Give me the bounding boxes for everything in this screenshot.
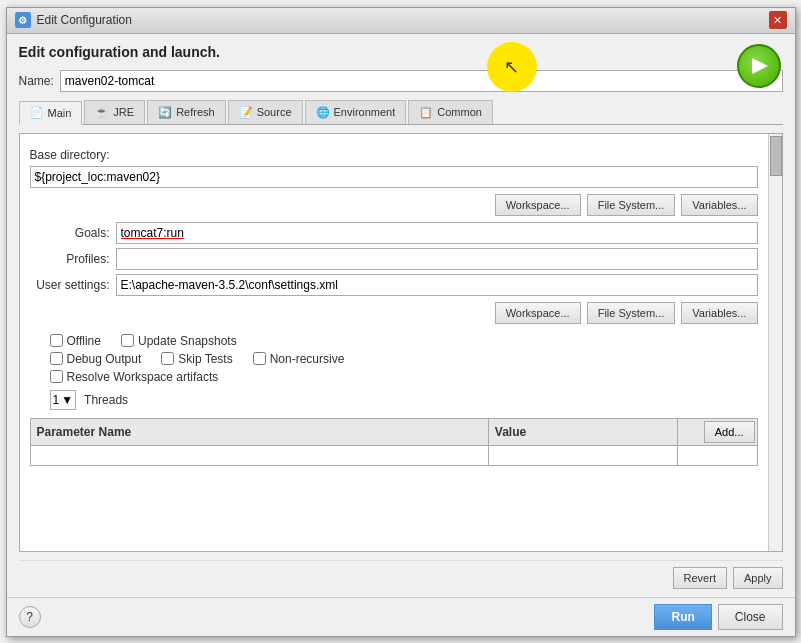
- run-button[interactable]: Run: [654, 604, 711, 630]
- threads-row: 1 ▼ Threads: [50, 390, 758, 410]
- parameters-table: Parameter Name Value Add...: [30, 418, 758, 466]
- cursor-highlight: ↖: [487, 42, 537, 92]
- debug-output-checkbox[interactable]: [50, 352, 63, 365]
- update-snapshots-label: Update Snapshots: [138, 334, 237, 348]
- parameter-value-cell: [488, 445, 677, 465]
- column-header-value: Value: [488, 418, 677, 445]
- window-icon: ⚙: [15, 12, 31, 28]
- resolve-workspace-label: Resolve Workspace artifacts: [67, 370, 219, 384]
- tab-main[interactable]: 📄 Main: [19, 101, 83, 125]
- resolve-workspace-checkbox[interactable]: [50, 370, 63, 383]
- play-icon: [752, 58, 768, 74]
- close-window-button[interactable]: ✕: [769, 11, 787, 29]
- source-tab-label: Source: [257, 106, 292, 118]
- goals-input[interactable]: [116, 222, 758, 244]
- table-wrapper: Parameter Name Value Add...: [30, 418, 758, 470]
- environment-tab-label: Environment: [334, 106, 396, 118]
- parameter-action-cell: [677, 445, 757, 465]
- skip-tests-label: Skip Tests: [178, 352, 232, 366]
- offline-checkbox-item: Offline: [50, 334, 101, 348]
- column-header-parameter-name: Parameter Name: [30, 418, 488, 445]
- footer: ? Run Close: [7, 597, 795, 636]
- help-button[interactable]: ?: [19, 606, 41, 628]
- user-settings-label: User settings:: [30, 278, 110, 292]
- resolve-workspace-checkbox-item: Resolve Workspace artifacts: [50, 370, 219, 384]
- window-title: Edit Configuration: [37, 13, 132, 27]
- goals-label: Goals:: [30, 226, 110, 240]
- parameters-table-container: Parameter Name Value Add...: [30, 418, 758, 470]
- base-directory-buttons: Workspace... File System... Variables...: [30, 194, 758, 216]
- main-tab-label: Main: [48, 107, 72, 119]
- name-label: Name:: [19, 74, 54, 88]
- cursor-icon: ↖: [504, 56, 519, 78]
- refresh-tab-label: Refresh: [176, 106, 215, 118]
- base-directory-label: Base directory:: [30, 148, 758, 162]
- scrollbar[interactable]: [768, 134, 782, 551]
- non-recursive-checkbox-item: Non-recursive: [253, 352, 345, 366]
- header-section: Edit configuration and launch.: [19, 44, 783, 60]
- profiles-label: Profiles:: [30, 252, 110, 266]
- bottom-buttons: Revert Apply: [19, 560, 783, 589]
- main-content: Edit configuration and launch. ↖ Name: 📄…: [7, 34, 795, 597]
- checkbox-row-3: Resolve Workspace artifacts: [50, 370, 758, 384]
- profiles-row: Profiles:: [30, 248, 758, 270]
- update-snapshots-checkbox[interactable]: [121, 334, 134, 347]
- update-snapshots-checkbox-item: Update Snapshots: [121, 334, 237, 348]
- add-parameter-button[interactable]: Add...: [704, 421, 755, 443]
- form-section: Base directory: Workspace... File System…: [30, 148, 772, 470]
- base-directory-input[interactable]: [30, 166, 758, 188]
- offline-checkbox[interactable]: [50, 334, 63, 347]
- column-header-add: Add...: [677, 418, 757, 445]
- titlebar-left: ⚙ Edit Configuration: [15, 12, 132, 28]
- table-row: [30, 445, 757, 465]
- jre-tab-label: JRE: [113, 106, 134, 118]
- environment-tab-icon: 🌐: [316, 106, 330, 119]
- non-recursive-checkbox[interactable]: [253, 352, 266, 365]
- close-button[interactable]: Close: [718, 604, 783, 630]
- skip-tests-checkbox[interactable]: [161, 352, 174, 365]
- footer-right: Run Close: [654, 604, 782, 630]
- main-panel: Base directory: Workspace... File System…: [19, 133, 783, 552]
- tab-environment[interactable]: 🌐 Environment: [305, 100, 407, 124]
- threads-label: Threads: [84, 393, 128, 407]
- titlebar: ⚙ Edit Configuration ✕: [7, 8, 795, 34]
- tab-refresh[interactable]: 🔄 Refresh: [147, 100, 226, 124]
- header-title: Edit configuration and launch.: [19, 44, 220, 60]
- threads-value: 1: [53, 393, 60, 407]
- threads-dropdown[interactable]: 1 ▼: [50, 390, 77, 410]
- variables-button-1[interactable]: Variables...: [681, 194, 757, 216]
- user-settings-input[interactable]: [116, 274, 758, 296]
- main-tab-icon: 📄: [30, 106, 44, 119]
- user-settings-row: User settings:: [30, 274, 758, 296]
- play-button[interactable]: [737, 44, 781, 88]
- common-tab-icon: 📋: [419, 106, 433, 119]
- non-recursive-label: Non-recursive: [270, 352, 345, 366]
- file-system-button-2[interactable]: File System...: [587, 302, 676, 324]
- variables-button-2[interactable]: Variables...: [681, 302, 757, 324]
- refresh-tab-icon: 🔄: [158, 106, 172, 119]
- user-settings-buttons: Workspace... File System... Variables...: [30, 302, 758, 324]
- tab-source[interactable]: 📝 Source: [228, 100, 303, 124]
- profiles-input[interactable]: [116, 248, 758, 270]
- tabs-bar: 📄 Main ☕ JRE 🔄 Refresh 📝 Source 🌐 Enviro…: [19, 100, 783, 125]
- name-input[interactable]: [60, 70, 783, 92]
- parameter-name-cell: [30, 445, 488, 465]
- checkbox-row-1: Offline Update Snapshots: [50, 334, 758, 348]
- tab-common[interactable]: 📋 Common: [408, 100, 493, 124]
- workspace-button-1[interactable]: Workspace...: [495, 194, 581, 216]
- apply-button[interactable]: Apply: [733, 567, 783, 589]
- source-tab-icon: 📝: [239, 106, 253, 119]
- scrollbar-thumb[interactable]: [770, 136, 782, 176]
- workspace-button-2[interactable]: Workspace...: [495, 302, 581, 324]
- offline-label: Offline: [67, 334, 101, 348]
- dropdown-arrow-icon: ▼: [61, 393, 73, 407]
- debug-output-label: Debug Output: [67, 352, 142, 366]
- skip-tests-checkbox-item: Skip Tests: [161, 352, 232, 366]
- checkbox-row-2: Debug Output Skip Tests Non-recursive: [50, 352, 758, 366]
- tab-jre[interactable]: ☕ JRE: [84, 100, 145, 124]
- file-system-button-1[interactable]: File System...: [587, 194, 676, 216]
- goals-row: Goals:: [30, 222, 758, 244]
- checkboxes-section: Offline Update Snapshots Debug Output: [30, 334, 758, 384]
- common-tab-label: Common: [437, 106, 482, 118]
- revert-button[interactable]: Revert: [673, 567, 727, 589]
